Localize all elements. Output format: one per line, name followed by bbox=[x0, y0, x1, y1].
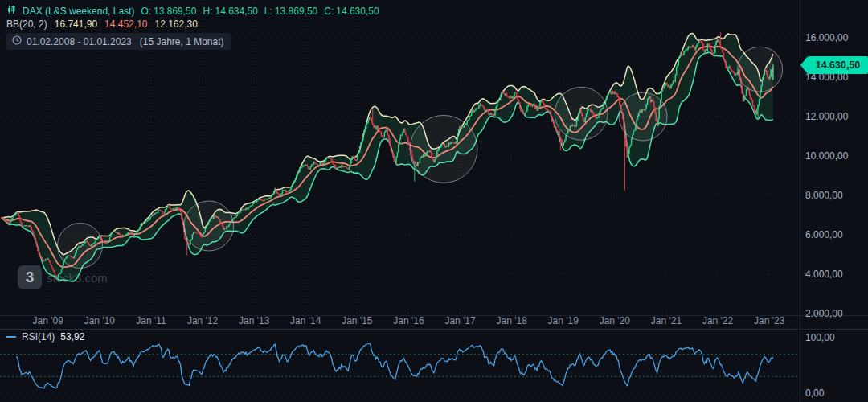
rsi-axis-label: 100,00 bbox=[805, 332, 835, 343]
ohlc-high: H:14.634,50 bbox=[203, 6, 257, 17]
clock-icon bbox=[12, 35, 22, 47]
price-axis-label: 4.000,00 bbox=[805, 269, 843, 280]
ohlc-open: O:13.869,50 bbox=[141, 6, 196, 17]
highlight-circle bbox=[555, 87, 608, 140]
time-axis-label: Jan '13 bbox=[239, 315, 270, 326]
time-axis-label: Jan '21 bbox=[651, 315, 682, 326]
bollinger-bands bbox=[2, 34, 773, 281]
rsi-legend[interactable]: RSI(14) 53,92 bbox=[6, 331, 84, 343]
time-axis-label: Jan '22 bbox=[702, 315, 734, 326]
price-axis-label: 12.000,00 bbox=[805, 111, 849, 122]
highlight-circle bbox=[410, 115, 477, 183]
bollinger-middle-value: 14.452,10 bbox=[104, 18, 147, 30]
bollinger-legend[interactable]: BB(20, 2) 16.741,90 14.452,10 12.162,30 bbox=[6, 18, 198, 30]
ohlc-low: L:13.869,50 bbox=[264, 6, 317, 17]
instrument-legend[interactable]: DAX (L&S weekend, Last) O:13.869,50 H:14… bbox=[6, 5, 379, 17]
price-axis-label: 6.000,00 bbox=[805, 229, 843, 240]
rsi-label: RSI(14) bbox=[22, 331, 55, 343]
highlight-circle bbox=[619, 92, 667, 141]
date-range-duration: (15 Jahre, 1 Monat) bbox=[140, 36, 224, 47]
time-axis-label: Jan '15 bbox=[342, 315, 373, 326]
last-price-tag: 14.630,50 bbox=[808, 56, 868, 74]
bollinger-label: BB(20, 2) bbox=[6, 18, 47, 30]
ohlc-close: C:14.630,50 bbox=[324, 6, 379, 17]
time-axis-label: Jan '12 bbox=[187, 315, 219, 326]
time-axis: Jan '09Jan '10Jan '11Jan '12Jan '13Jan '… bbox=[33, 315, 785, 326]
candlestick-icon bbox=[6, 5, 16, 17]
price-axis-label: 2.000,00 bbox=[805, 308, 843, 319]
instrument-label: DAX (L&S weekend, Last) bbox=[23, 6, 134, 17]
time-axis-label: Jan '10 bbox=[84, 315, 116, 326]
date-range-pill[interactable]: 01.02.2008 - 01.01.2023 (15 Jahre, 1 Mon… bbox=[6, 33, 231, 50]
bollinger-upper-value: 16.741,90 bbox=[55, 18, 97, 30]
rsi-axis-label: 0,00 bbox=[805, 388, 825, 399]
price-axis-label: 8.000,00 bbox=[805, 190, 843, 201]
highlight-circle bbox=[738, 47, 783, 92]
highlight-circle bbox=[58, 224, 103, 269]
date-range-text: 01.02.2008 - 01.01.2023 bbox=[27, 36, 132, 47]
price-axis: 16.000,0014.000,0012.000,0010.000,008.00… bbox=[805, 32, 849, 319]
rsi-value: 53,92 bbox=[60, 331, 84, 343]
time-axis-label: Jan '16 bbox=[393, 315, 424, 326]
bollinger-lower-value: 12.162,30 bbox=[154, 18, 197, 30]
time-axis-label: Jan '23 bbox=[754, 315, 785, 326]
trading-chart-app: 3 stock3.com 16.000,0014.000,0012.000,00… bbox=[0, 0, 868, 402]
rsi-line bbox=[16, 343, 772, 388]
highlight-circle bbox=[184, 201, 234, 251]
price-axis-label: 10.000,00 bbox=[805, 150, 849, 162]
time-axis-label: Jan '20 bbox=[600, 315, 631, 326]
time-axis-label: Jan '14 bbox=[290, 315, 321, 326]
price-axis-label: 16.000,00 bbox=[805, 32, 849, 43]
time-axis-label: Jan '09 bbox=[33, 315, 64, 326]
rsi-pane: 100,000,00 bbox=[0, 332, 835, 399]
price-chart-canvas[interactable]: 16.000,0014.000,0012.000,0010.000,008.00… bbox=[0, 0, 868, 402]
time-axis-label: Jan '17 bbox=[444, 315, 476, 326]
time-axis-label: Jan '11 bbox=[136, 315, 166, 326]
time-axis-label: Jan '19 bbox=[548, 315, 579, 326]
time-axis-label: Jan '18 bbox=[496, 315, 527, 326]
rsi-line-icon bbox=[6, 336, 16, 338]
